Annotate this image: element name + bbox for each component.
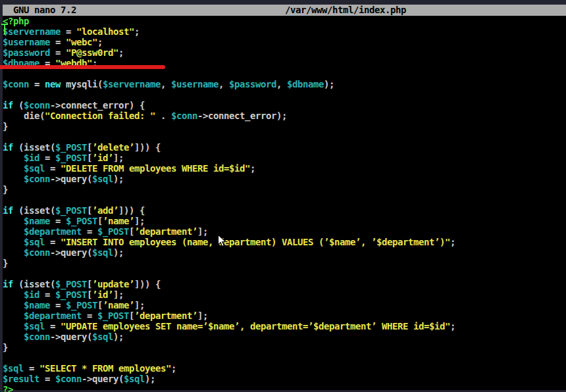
code-line: $id = $_POST[’id’]; [3,153,566,163]
syntax-default: ; [250,163,255,174]
syntax-default: } [3,342,8,353]
code-line: $sql = "SELECT * FROM employees"; [3,363,566,374]
syntax-variable: $sql [24,237,45,247]
syntax-variable: $username [171,79,219,89]
syntax-php-tag: ?> [3,384,13,392]
syntax-variable: $conn [24,247,50,258]
code-line: <?php [3,16,566,26]
syntax-variable: $department [24,310,82,321]
syntax-variable: $servername [3,26,61,37]
syntax-default: ->query( [82,374,124,384]
syntax-default: ); [113,174,124,184]
code-line [3,89,566,100]
syntax-string: "SELECT * FROM employees" [39,363,171,374]
syntax-keyword: if [3,279,13,289]
syntax-default [3,310,24,321]
syntax-default: = [82,226,97,237]
syntax-string: "Connection failed: " [45,110,155,121]
syntax-keyword: if [3,100,13,110]
syntax-string: ’delete’ [92,142,134,153]
syntax-default: [ [87,153,92,163]
syntax-default: ( [13,100,24,110]
code-line: $sql = "UPDATE employees SET name=’$name… [3,321,566,331]
syntax-variable: $conn [24,100,50,110]
syntax-default: = [39,289,55,300]
syntax-default [3,300,24,310]
syntax-default [3,174,24,184]
code-line: ?> [3,384,566,392]
code-line: } [3,258,566,268]
syntax-string: "localhost" [76,26,134,37]
code-line: } [3,184,566,195]
syntax-string: "webc" [66,37,97,47]
code-line: $conn = new mysqli($servername, $usernam… [3,79,566,89]
syntax-default: ]; [134,216,145,226]
syntax-default: [ [97,300,103,310]
syntax-variable: $_POST [55,279,87,289]
syntax-string: "UPDATE employees SET name=’$name’, depa… [61,321,450,331]
syntax-default: = [50,37,66,47]
syntax-default: = [39,374,55,384]
syntax-default: ->connect_error) { [50,100,145,110]
code-line: $conn->query($sql); [3,174,566,184]
code-line: if (isset($_POST[’update’])) { [3,279,566,289]
syntax-variable: $_POST [97,310,129,321]
syntax-default: ; [450,237,455,247]
syntax-variable: $sql [124,374,145,384]
syntax-string: ’id’ [92,153,113,163]
mouse-cursor-icon [217,234,227,248]
syntax-string: ’department’ [134,226,197,237]
syntax-variable: $department [24,226,82,237]
syntax-default: [ [97,216,103,226]
syntax-default: ])) { [134,142,161,153]
syntax-variable: $sql [92,331,113,342]
syntax-variable: $sql [92,247,113,258]
code-line [3,268,566,279]
syntax-default: [ [129,226,134,237]
syntax-default: ]; [113,153,124,163]
code-line: $name = $_POST[’name’]; [3,300,566,310]
syntax-variable: $password [229,79,276,89]
code-editor-area[interactable]: <?php$servername = "localhost";$username… [3,16,566,392]
syntax-default: = [29,79,45,89]
syntax-default [3,321,24,331]
syntax-default: ); [113,247,124,258]
syntax-default: ->connect_error); [197,110,287,121]
syntax-variable: $result [3,374,39,384]
syntax-default: ]; [197,226,208,237]
syntax-string: ’id’ [92,289,113,300]
syntax-default [3,237,24,247]
nano-titlebar: GNU nano 7.2 /var/www/html/index.php [3,5,566,16]
syntax-default: die( [3,110,45,121]
syntax-default: ]; [113,289,124,300]
red-underline-annotation [0,65,165,69]
syntax-variable: $id [24,289,39,300]
syntax-default: = [39,153,55,163]
syntax-default [3,289,24,300]
syntax-keyword: if [3,142,13,153]
syntax-default: [ [87,279,92,289]
syntax-default: } [3,184,8,195]
syntax-string: "P@ssw0rd" [66,47,118,58]
syntax-default: , [219,79,229,89]
syntax-variable: $_POST [55,153,87,163]
code-line: $password = "P@ssw0rd"; [3,47,566,58]
code-line: $username = "webc"; [3,37,566,47]
syntax-variable: $password [3,47,50,58]
syntax-variable: $_POST [66,300,97,310]
syntax-string: ’update’ [92,279,134,289]
code-line: $conn->query($sql); [3,331,566,342]
syntax-default: = [50,216,66,226]
code-line: } [3,342,566,353]
syntax-php-tag: <?php [3,16,29,26]
syntax-default: ]; [134,300,145,310]
syntax-default: = [45,321,61,331]
code-line [3,353,566,363]
syntax-variable: $_POST [66,216,97,226]
syntax-default: } [3,258,8,268]
code-line: if ($conn->connect_error) { [3,100,566,110]
syntax-default: ); [145,374,155,384]
syntax-variable: $name [24,300,50,310]
syntax-variable: $id [24,153,39,163]
syntax-default [3,331,24,342]
